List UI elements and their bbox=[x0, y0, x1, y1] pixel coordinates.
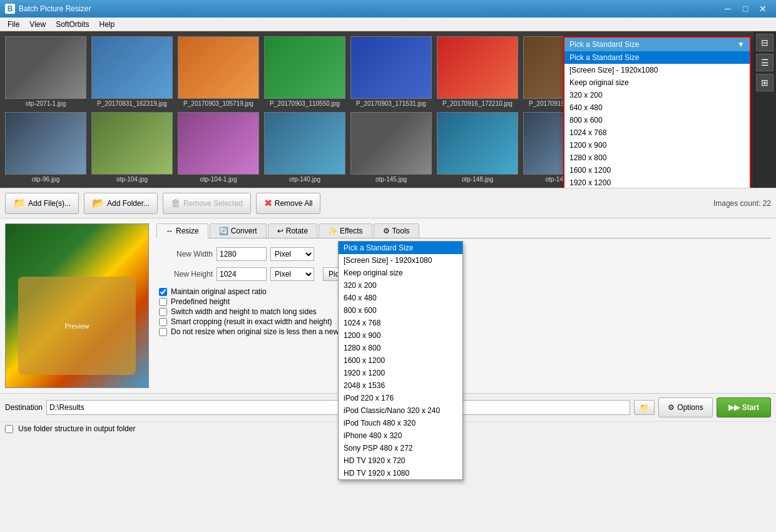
list-item[interactable]: otp-2071-1.jpg bbox=[5, 36, 86, 107]
dropdown-item[interactable]: [Screen Size] - 1920x1080 bbox=[339, 254, 462, 267]
list-item[interactable]: P_20170831_162319.jpg bbox=[91, 36, 173, 107]
list-item[interactable]: otp-145.jpg bbox=[350, 112, 432, 183]
start-button[interactable]: ▶▶ Start bbox=[717, 397, 771, 417]
bottom-toolbar: 📁 Add File(s)... 📂 Add Folder... 🗑 Remov… bbox=[0, 188, 776, 218]
dropdown-item[interactable]: HD TV 1920 x 720 bbox=[339, 454, 462, 467]
options-button[interactable]: ⚙ Options bbox=[658, 397, 712, 417]
tabs: ↔ Resize 🔄 Convert ↩ Rotate ✨ Effects ⚙ bbox=[156, 223, 771, 238]
remove-selected-button[interactable]: 🗑 Remove Selected bbox=[163, 193, 251, 214]
preview-area: Preview bbox=[5, 223, 149, 388]
dropdown-item[interactable]: 1920 x 1200 bbox=[339, 367, 462, 379]
tab-tools[interactable]: ⚙ Tools bbox=[374, 223, 419, 238]
dropdown-item[interactable]: [Screen Size] - 1920x1080 bbox=[564, 64, 750, 76]
dropdown-item[interactable]: 1600 x 1200 bbox=[564, 164, 750, 176]
tools-label: Tools bbox=[392, 227, 410, 235]
width-unit-select[interactable]: Pixel Percent bbox=[270, 247, 314, 261]
list-item[interactable]: otp-148.jpg bbox=[437, 112, 518, 183]
dropdown-item[interactable]: HD TV 1920 x 1080 bbox=[339, 467, 462, 479]
view-list-icon[interactable]: ☰ bbox=[756, 54, 773, 71]
dropdown-item[interactable]: 1024 x 768 bbox=[339, 317, 462, 329]
list-item[interactable]: P_20170903_110550.jpg bbox=[264, 36, 345, 107]
minimize-button[interactable]: ─ bbox=[720, 3, 736, 15]
dropdown-item[interactable]: 800 x 600 bbox=[564, 114, 750, 126]
dropdown-item[interactable]: 1280 x 800 bbox=[339, 342, 462, 354]
list-item[interactable]: otp-104.jpg bbox=[91, 112, 173, 183]
remove-selected-label: Remove Selected bbox=[183, 199, 243, 208]
height-input[interactable] bbox=[217, 267, 267, 281]
remove-all-button[interactable]: ✖ Remove All bbox=[256, 193, 321, 214]
dropdown-item[interactable]: 2048 x 1536 bbox=[339, 379, 462, 392]
start-label: Start bbox=[742, 403, 759, 412]
width-input[interactable] bbox=[217, 247, 267, 261]
tab-resize[interactable]: ↔ Resize bbox=[156, 223, 208, 238]
thumb-label: P_20170903_105719.jpg bbox=[183, 100, 253, 107]
checkbox-smartCrop[interactable] bbox=[159, 318, 167, 326]
close-button[interactable]: ✕ bbox=[755, 3, 771, 15]
dropdown-item[interactable]: 1280 x 800 bbox=[564, 151, 750, 164]
tab-rotate[interactable]: ↩ Rotate bbox=[268, 223, 317, 238]
tab-effects[interactable]: ✨ Effects bbox=[319, 223, 372, 238]
menu-help[interactable]: Help bbox=[94, 19, 120, 30]
dropdown-item[interactable]: Pick a Standard Size bbox=[564, 51, 750, 64]
effects-icon: ✨ bbox=[328, 227, 337, 235]
thumb-label: otp-104.jpg bbox=[116, 176, 148, 183]
maximize-button[interactable]: □ bbox=[737, 3, 753, 15]
dropdown-item[interactable]: iPhone 480 x 320 bbox=[339, 429, 462, 442]
dropdown-item[interactable]: 320 x 200 bbox=[564, 89, 750, 101]
width-row: New Width Pixel Percent bbox=[156, 247, 771, 261]
dropdown-item[interactable]: Pick a Standard Size bbox=[339, 242, 462, 254]
menu-view[interactable]: View bbox=[24, 19, 51, 30]
list-item[interactable]: otp-140.jpg bbox=[264, 112, 345, 183]
list-item[interactable]: P_20170903_171531.jpg bbox=[350, 36, 432, 107]
resize-icon: ↔ bbox=[166, 227, 173, 235]
add-files-button[interactable]: 📁 Add File(s)... bbox=[5, 193, 79, 214]
list-item[interactable]: otp-104-1.jpg bbox=[178, 112, 259, 183]
checkbox-predefHeight[interactable] bbox=[159, 298, 167, 306]
list-item[interactable]: P_20170916_172210.jpg bbox=[437, 36, 518, 107]
use-folder-label: Use folder structure in output folder bbox=[18, 424, 135, 433]
checkbox-aspect[interactable] bbox=[159, 288, 167, 296]
list-item[interactable]: otp-96.jpg bbox=[5, 112, 86, 183]
dropdown-item[interactable]: Keep original size bbox=[339, 267, 462, 279]
dropdown-item[interactable]: 1920 x 1200 bbox=[564, 176, 750, 188]
dropdown-item[interactable]: 800 x 600 bbox=[339, 304, 462, 317]
large-dropdown-header[interactable]: Pick a Standard Size ▼ bbox=[564, 38, 750, 51]
view-large-icon[interactable]: ⊟ bbox=[756, 34, 773, 51]
dropdown-item[interactable]: Sony PSP 480 x 272 bbox=[339, 442, 462, 454]
menu-softorbits[interactable]: SoftOrbits bbox=[51, 19, 94, 30]
checkbox-label-aspect: Maintain original aspect ratio bbox=[171, 287, 267, 296]
use-folder-checkbox[interactable] bbox=[5, 425, 13, 433]
dropdown-item[interactable]: iPod 220 x 176 bbox=[339, 392, 462, 404]
dropdown-item[interactable]: Keep original size bbox=[564, 76, 750, 89]
destination-label: Destination bbox=[5, 403, 43, 412]
large-standard-size-dropdown[interactable]: Pick a Standard Size ▼ Pick a Standard S… bbox=[563, 36, 751, 188]
dropdown-item[interactable]: 640 x 480 bbox=[564, 101, 750, 114]
tab-convert[interactable]: 🔄 Convert bbox=[210, 223, 267, 238]
options-gear-icon: ⚙ bbox=[668, 403, 675, 412]
view-grid-icon[interactable]: ⊞ bbox=[756, 74, 773, 91]
dropdown-item[interactable]: 1600 x 1200 bbox=[339, 354, 462, 367]
width-label: New Width bbox=[156, 250, 213, 258]
small-dropdown-list: Pick a Standard Size[Screen Size] - 1920… bbox=[339, 242, 462, 479]
small-standard-size-dropdown[interactable]: Pick a Standard Size[Screen Size] - 1920… bbox=[338, 241, 463, 480]
dropdown-item[interactable]: 1200 x 900 bbox=[339, 329, 462, 342]
checkbox-noResize[interactable] bbox=[159, 328, 167, 336]
dropdown-item[interactable]: iPod Classic/Nano 320 x 240 bbox=[339, 404, 462, 417]
checkbox-switchSides[interactable] bbox=[159, 308, 167, 316]
dropdown-item[interactable]: 320 x 200 bbox=[339, 279, 462, 292]
checkbox-row: Maintain original aspect ratio bbox=[159, 287, 771, 296]
thumb-label: P_20170831_162319.jpg bbox=[97, 100, 167, 107]
checkbox-label-predefHeight: Predefined height bbox=[171, 297, 230, 306]
height-unit-select[interactable]: Pixel Percent bbox=[270, 267, 314, 281]
add-folder-button[interactable]: 📂 Add Folder... bbox=[84, 193, 158, 214]
menu-file[interactable]: File bbox=[3, 19, 24, 30]
remove-selected-icon: 🗑 bbox=[171, 198, 181, 209]
dropdown-item[interactable]: 1200 x 900 bbox=[564, 139, 750, 151]
thumb-label: otp-2071-1.jpg bbox=[26, 100, 66, 107]
dropdown-item[interactable]: 640 x 480 bbox=[339, 292, 462, 304]
destination-browse-button[interactable]: 📁 bbox=[634, 400, 655, 415]
convert-label: Convert bbox=[231, 227, 257, 235]
dropdown-item[interactable]: 1024 x 768 bbox=[564, 126, 750, 139]
dropdown-item[interactable]: iPod Touch 480 x 320 bbox=[339, 417, 462, 429]
list-item[interactable]: P_20170903_105719.jpg bbox=[178, 36, 259, 107]
